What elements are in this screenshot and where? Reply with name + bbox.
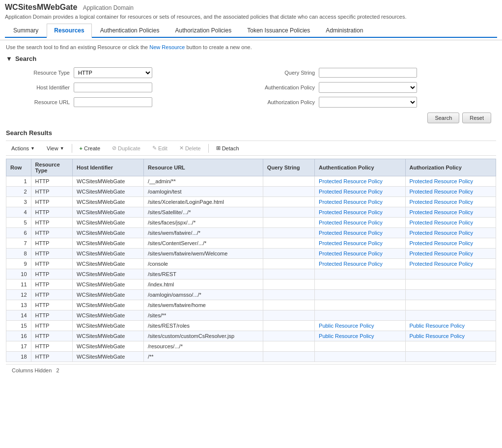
cell-url: /oamlogin/test: [144, 187, 263, 197]
create-button[interactable]: + Create: [74, 143, 106, 153]
search-title: Search: [15, 55, 36, 62]
cell-authz-policy[interactable]: Protected Resource Policy: [405, 187, 496, 197]
cell-url: /oamlogin/oamsso/.../*: [144, 290, 263, 300]
cell-authz-policy[interactable]: Protected Resource Policy: [405, 218, 496, 228]
tab-authz-policies[interactable]: Authorization Policies: [167, 24, 239, 37]
cell-type: HTTP: [31, 310, 72, 321]
table-row[interactable]: 9 HTTP WCSitesMWebGate /console Protecte…: [6, 259, 496, 269]
cell-host: WCSitesMWebGate: [73, 321, 144, 331]
cell-auth-policy[interactable]: Protected Resource Policy: [315, 218, 405, 228]
table-row[interactable]: 12 HTTP WCSitesMWebGate /oamlogin/oamsso…: [6, 290, 496, 300]
cell-type: HTTP: [31, 238, 72, 249]
cell-authz-policy: [405, 310, 496, 321]
auth-policy-select[interactable]: [319, 82, 417, 93]
cell-auth-policy[interactable]: Protected Resource Policy: [315, 259, 405, 269]
table-row[interactable]: 3 HTTP WCSitesMWebGate /sites/Xcelerate/…: [6, 197, 496, 207]
search-button[interactable]: Search: [427, 112, 459, 123]
cell-auth-policy[interactable]: Public Resource Policy: [315, 321, 405, 331]
cell-auth-policy[interactable]: Protected Resource Policy: [315, 228, 405, 238]
cell-url: /sites/Satellite/.../*: [144, 207, 263, 218]
cell-type: HTTP: [31, 228, 72, 238]
cell-query: [263, 197, 314, 207]
cell-auth-policy[interactable]: Protected Resource Policy: [315, 207, 405, 218]
cell-authz-policy[interactable]: Public Resource Policy: [405, 321, 496, 331]
query-string-input[interactable]: [319, 68, 417, 78]
table-row[interactable]: 17 HTTP WCSitesMWebGate /resources/.../*: [6, 341, 496, 352]
search-header[interactable]: ▼ Search: [6, 55, 496, 62]
query-string-label: Query String: [256, 70, 315, 76]
header: WCSitesMWebGate Application Domain Appli…: [0, 0, 502, 40]
cell-authz-policy[interactable]: Public Resource Policy: [405, 331, 496, 341]
cell-url: /sites/wem/fatwire/.../*: [144, 228, 263, 238]
cell-auth-policy[interactable]: Public Resource Policy: [315, 331, 405, 341]
actions-arrow-icon: ▼: [30, 146, 35, 151]
cell-auth-policy: [315, 352, 405, 362]
table-row[interactable]: 14 HTTP WCSitesMWebGate /sites/**: [6, 310, 496, 321]
table-row[interactable]: 11 HTTP WCSitesMWebGate /index.html: [6, 280, 496, 290]
cell-auth-policy[interactable]: Protected Resource Policy: [315, 197, 405, 207]
reset-button[interactable]: Reset: [462, 112, 491, 123]
cell-authz-policy[interactable]: Protected Resource Policy: [405, 259, 496, 269]
duplicate-button[interactable]: ⊘ Duplicate: [107, 143, 146, 153]
cell-auth-policy: [315, 269, 405, 280]
cell-auth-policy[interactable]: Protected Resource Policy: [315, 249, 405, 259]
cell-auth-policy[interactable]: Protected Resource Policy: [315, 176, 405, 187]
authz-policy-select[interactable]: [319, 97, 417, 108]
table-row[interactable]: 10 HTTP WCSitesMWebGate /sites/REST: [6, 269, 496, 280]
cell-authz-policy[interactable]: Protected Resource Policy: [405, 228, 496, 238]
cell-url: /__admin/**: [144, 176, 263, 187]
toolbar-separator-2: [208, 144, 209, 153]
cell-url: /sites/ContentServer/.../*: [144, 238, 263, 249]
tab-token-policies[interactable]: Token Issuance Policies: [240, 24, 317, 37]
actions-label: Actions: [11, 145, 29, 151]
detach-button[interactable]: ⊞ Detach: [211, 143, 245, 153]
cell-authz-policy[interactable]: Protected Resource Policy: [405, 197, 496, 207]
cell-host: WCSitesMWebGate: [73, 290, 144, 300]
cell-host: WCSitesMWebGate: [73, 269, 144, 280]
table-row[interactable]: 2 HTTP WCSitesMWebGate /oamlogin/test Pr…: [6, 187, 496, 197]
cell-auth-policy[interactable]: Protected Resource Policy: [315, 238, 405, 249]
col-auth-policy: Authentication Policy: [315, 159, 405, 176]
table-row[interactable]: 18 HTTP WCSitesMWebGate /**: [6, 352, 496, 362]
table-row[interactable]: 13 HTTP WCSitesMWebGate /sites/wem/fatwi…: [6, 300, 496, 310]
cell-auth-policy[interactable]: Protected Resource Policy: [315, 187, 405, 197]
host-identifier-input[interactable]: [74, 83, 152, 92]
cell-authz-policy[interactable]: Protected Resource Policy: [405, 207, 496, 218]
cell-authz-policy[interactable]: Protected Resource Policy: [405, 176, 496, 187]
resource-type-select[interactable]: HTTP: [74, 67, 152, 78]
toolbar: Actions ▼ View ▼ + Create ⊘ Duplicate ✎ …: [6, 140, 496, 156]
delete-button[interactable]: ✕ Delete: [174, 143, 206, 153]
cell-host: WCSitesMWebGate: [73, 341, 144, 352]
edit-button[interactable]: ✎ Edit: [147, 143, 173, 153]
cell-url: /index.html: [144, 280, 263, 290]
new-resource-link[interactable]: New Resource: [149, 44, 185, 50]
actions-menu-button[interactable]: Actions ▼: [6, 143, 40, 153]
cell-host: WCSitesMWebGate: [73, 176, 144, 187]
tab-resources[interactable]: Resources: [47, 24, 91, 38]
cell-host: WCSitesMWebGate: [73, 249, 144, 259]
tab-summary[interactable]: Summary: [6, 24, 46, 37]
cell-query: [263, 238, 314, 249]
cell-type: HTTP: [31, 280, 72, 290]
cell-authz-policy[interactable]: Protected Resource Policy: [405, 238, 496, 249]
view-menu-button[interactable]: View ▼: [41, 143, 70, 153]
table-row[interactable]: 5 HTTP WCSitesMWebGate /sites/faces/jspx…: [6, 218, 496, 228]
cell-host: WCSitesMWebGate: [73, 310, 144, 321]
table-row[interactable]: 8 HTTP WCSitesMWebGate /sites/wem/fatwir…: [6, 249, 496, 259]
cell-url: /sites/custom/customCsResolver.jsp: [144, 331, 263, 341]
cell-host: WCSitesMWebGate: [73, 300, 144, 310]
table-row[interactable]: 6 HTTP WCSitesMWebGate /sites/wem/fatwir…: [6, 228, 496, 238]
cell-query: [263, 331, 314, 341]
results-table: Row ResourceType Host Identifier Resourc…: [6, 159, 496, 362]
table-row[interactable]: 15 HTTP WCSitesMWebGate /sites/REST/role…: [6, 321, 496, 331]
resource-url-input[interactable]: [74, 97, 152, 107]
table-row[interactable]: 16 HTTP WCSitesMWebGate /sites/custom/cu…: [6, 331, 496, 341]
cell-query: [263, 176, 314, 187]
plus-icon: +: [80, 145, 83, 151]
table-row[interactable]: 4 HTTP WCSitesMWebGate /sites/Satellite/…: [6, 207, 496, 218]
tab-auth-policies[interactable]: Authentication Policies: [93, 24, 167, 37]
cell-authz-policy[interactable]: Protected Resource Policy: [405, 249, 496, 259]
table-row[interactable]: 1 HTTP WCSitesMWebGate /__admin/** Prote…: [6, 176, 496, 187]
table-row[interactable]: 7 HTTP WCSitesMWebGate /sites/ContentSer…: [6, 238, 496, 249]
tab-administration[interactable]: Administration: [318, 24, 370, 37]
